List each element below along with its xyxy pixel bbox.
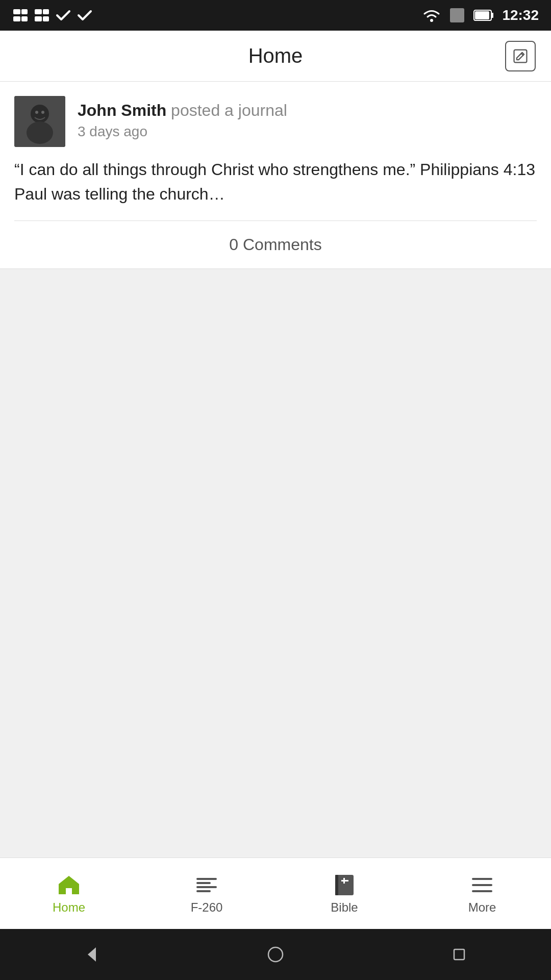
- nav-label-bible: Bible: [331, 900, 358, 915]
- svg-rect-12: [475, 11, 489, 19]
- svg-rect-11: [491, 13, 493, 18]
- nav-item-f260[interactable]: F-260: [138, 858, 276, 929]
- status-bar: 12:32: [0, 0, 551, 31]
- check-icon-1: [55, 7, 71, 23]
- android-navigation-bar: [0, 929, 551, 980]
- recents-icon: [449, 944, 469, 965]
- avatar-image: [14, 96, 65, 147]
- svg-rect-27: [343, 878, 345, 884]
- back-button[interactable]: [82, 944, 102, 965]
- svg-rect-6: [35, 16, 42, 21]
- post-action: posted a journal: [166, 101, 287, 119]
- nav-label-more: More: [468, 900, 496, 915]
- check-icon-2: [77, 7, 93, 23]
- edit-icon: [512, 48, 529, 64]
- nav-label-f260: F-260: [191, 900, 223, 915]
- svg-rect-5: [43, 9, 49, 14]
- svg-point-17: [27, 121, 53, 144]
- home-button[interactable]: [265, 944, 286, 965]
- post-author-line: John Smith posted a journal: [78, 100, 287, 121]
- more-icon: [470, 873, 494, 897]
- wifi-icon: [422, 6, 441, 24]
- nav-item-bible[interactable]: Bible: [276, 858, 413, 929]
- svg-point-18: [35, 111, 38, 114]
- back-icon: [82, 944, 102, 965]
- bottom-navigation: Home F-260 Bible More: [0, 857, 551, 929]
- svg-rect-1: [21, 9, 28, 14]
- svg-rect-2: [13, 16, 20, 21]
- post-body-text: “I can do all things through Christ who …: [14, 160, 535, 203]
- post-author-name: John Smith: [78, 101, 166, 119]
- comments-bar[interactable]: 0 Comments: [0, 221, 551, 268]
- f260-icon: [194, 873, 219, 897]
- bible-icon: [332, 873, 357, 897]
- status-bar-left: [12, 7, 93, 23]
- main-content: John Smith posted a journal 3 days ago “…: [0, 82, 551, 857]
- edit-button[interactable]: [505, 41, 536, 71]
- svg-rect-4: [35, 9, 42, 14]
- svg-rect-25: [335, 875, 338, 895]
- nav-label-home: Home: [53, 900, 85, 915]
- post-card[interactable]: John Smith posted a journal 3 days ago “…: [0, 82, 551, 269]
- svg-rect-13: [514, 50, 527, 62]
- recents-button[interactable]: [449, 944, 469, 965]
- battery-icon: [473, 8, 494, 22]
- status-time: 12:32: [502, 7, 539, 23]
- svg-rect-9: [450, 8, 464, 22]
- avatar: [14, 96, 65, 147]
- home-icon: [57, 873, 81, 897]
- post-meta: John Smith posted a journal 3 days ago: [78, 96, 287, 140]
- empty-space: [0, 269, 551, 857]
- svg-marker-31: [88, 947, 96, 962]
- notification-icon-2: [34, 7, 50, 23]
- nav-item-more[interactable]: More: [413, 858, 551, 929]
- svg-point-19: [41, 111, 44, 114]
- android-home-icon: [265, 944, 286, 965]
- post-header: John Smith posted a journal 3 days ago: [0, 82, 551, 157]
- svg-point-8: [430, 19, 433, 22]
- post-time: 3 days ago: [78, 124, 287, 140]
- nav-item-home[interactable]: Home: [0, 858, 138, 929]
- notification-icon-1: [12, 7, 29, 23]
- comments-count: 0 Comments: [229, 235, 321, 254]
- svg-point-32: [268, 947, 283, 962]
- svg-rect-0: [13, 9, 20, 14]
- post-body[interactable]: “I can do all things through Christ who …: [0, 157, 551, 220]
- page-title: Home: [248, 44, 303, 67]
- svg-rect-33: [454, 949, 464, 960]
- svg-rect-7: [43, 16, 49, 21]
- sim-icon: [449, 7, 465, 23]
- top-navigation-bar: Home: [0, 31, 551, 82]
- svg-point-16: [31, 105, 49, 123]
- svg-rect-3: [21, 16, 28, 21]
- status-bar-right: 12:32: [422, 6, 539, 24]
